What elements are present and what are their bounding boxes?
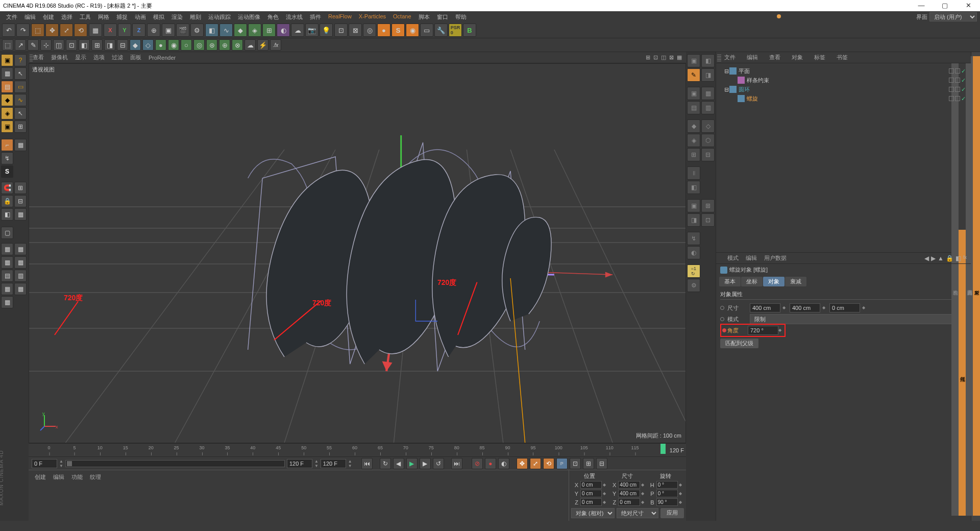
menu-编辑[interactable]: 编辑 bbox=[21, 12, 39, 22]
b-button[interactable]: B bbox=[463, 23, 476, 37]
xpresso[interactable]: ⊡ bbox=[334, 23, 348, 37]
lt-g7[interactable]: ▦ bbox=[1, 283, 13, 295]
k4[interactable]: P bbox=[556, 458, 568, 469]
select-tool[interactable]: ⬚ bbox=[31, 23, 44, 37]
rt-pen[interactable]: ✎ bbox=[687, 68, 700, 82]
menu-运动跟踪[interactable]: 运动跟踪 bbox=[205, 12, 234, 22]
rt-15[interactable]: ◧ bbox=[687, 181, 700, 194]
rt-14[interactable]: ⫴ bbox=[687, 166, 700, 180]
menu-角色[interactable]: 角色 bbox=[264, 12, 282, 22]
vp-tab[interactable]: 显示 bbox=[75, 54, 86, 61]
menu-运动图像[interactable]: 运动图像 bbox=[235, 12, 263, 22]
z-lock[interactable]: Z bbox=[132, 23, 145, 37]
menu-模拟[interactable]: 模拟 bbox=[150, 12, 167, 22]
tree-row[interactable]: 样条约束✓ bbox=[719, 76, 968, 85]
lt-grid2[interactable]: ⊞ bbox=[14, 120, 27, 133]
move-tool[interactable]: ✥ bbox=[45, 23, 59, 37]
rt-19[interactable]: ⊡ bbox=[701, 213, 715, 227]
lt-tool1[interactable]: ⌐ bbox=[1, 139, 13, 151]
key-icon[interactable] bbox=[720, 306, 724, 310]
vp-icon[interactable]: ⊠ bbox=[669, 54, 674, 61]
lt-cube[interactable]: ▣ bbox=[1, 54, 13, 66]
array[interactable]: ⊞ bbox=[262, 23, 276, 37]
side-tab-1[interactable]: 对象 bbox=[973, 56, 980, 516]
menu-工具[interactable]: 工具 bbox=[77, 12, 94, 22]
bp-tab[interactable]: 纹理 bbox=[90, 473, 101, 481]
render-settings[interactable]: ⚙ bbox=[190, 23, 204, 37]
undo-button[interactable]: ↶ bbox=[2, 23, 15, 37]
rt-16[interactable]: ▣ bbox=[687, 199, 700, 212]
t2-10[interactable]: ⊟ bbox=[117, 39, 128, 51]
t2-12[interactable]: ◇ bbox=[142, 39, 154, 51]
menu-动画[interactable]: 动画 bbox=[132, 12, 149, 22]
k5[interactable]: ⊡ bbox=[570, 458, 581, 469]
t2-16[interactable]: ◎ bbox=[193, 39, 205, 51]
vp-icon[interactable]: ▦ bbox=[677, 54, 682, 61]
lt-edge[interactable]: ◈ bbox=[1, 107, 13, 119]
rotate-tool[interactable]: ⟲ bbox=[74, 23, 87, 37]
side-tab-struct[interactable]: 构造 bbox=[951, 56, 959, 516]
environment[interactable]: ☁ bbox=[291, 23, 304, 37]
angle-input[interactable] bbox=[748, 326, 778, 335]
menu-X-Particles[interactable]: X-Particles bbox=[356, 12, 389, 22]
camera[interactable]: 📷 bbox=[305, 23, 318, 37]
rp-tab[interactable]: 查看 bbox=[765, 54, 780, 61]
rt-5[interactable]: ▦ bbox=[701, 87, 715, 100]
menu-脚本[interactable]: 脚本 bbox=[415, 12, 433, 22]
lt-tool2[interactable]: ▦ bbox=[14, 139, 27, 151]
nav-fwd[interactable]: ▶ bbox=[931, 255, 936, 262]
rt-21[interactable]: ◐ bbox=[687, 246, 700, 259]
vp-tab[interactable]: 过滤 bbox=[112, 54, 123, 61]
nav-up[interactable]: ▲ bbox=[938, 255, 944, 262]
record[interactable]: ⊘ bbox=[472, 458, 483, 469]
rp-tab[interactable]: 对象 bbox=[788, 54, 803, 61]
coord-mode-2[interactable]: 绝对尺寸 bbox=[617, 508, 658, 518]
rt-7[interactable]: ▥ bbox=[701, 101, 715, 114]
vp-tab[interactable]: 摄像机 bbox=[51, 54, 68, 61]
t2-11[interactable]: ◆ bbox=[130, 39, 141, 51]
t2-3[interactable]: ✎ bbox=[28, 39, 39, 51]
rt-8[interactable]: ◆ bbox=[687, 119, 700, 133]
rt-1[interactable]: ▣ bbox=[687, 54, 700, 67]
attr-menu-item[interactable]: 编辑 bbox=[746, 254, 757, 262]
menu-Octane[interactable]: Octane bbox=[390, 12, 414, 22]
lt-tool3[interactable]: ↯ bbox=[1, 152, 13, 164]
rt-12[interactable]: ⊞ bbox=[687, 148, 700, 161]
lt-help[interactable]: ? bbox=[14, 54, 27, 66]
redo-button[interactable]: ↷ bbox=[16, 23, 30, 37]
k6[interactable]: ⊞ bbox=[583, 458, 594, 469]
vp-icon[interactable]: ⊡ bbox=[653, 54, 658, 61]
xp4[interactable]: ● bbox=[377, 23, 390, 37]
y-lock[interactable]: Y bbox=[118, 23, 131, 37]
play[interactable]: ▶ bbox=[406, 458, 418, 469]
psr-button[interactable]: PSR0 bbox=[449, 23, 462, 37]
key-icon[interactable] bbox=[720, 317, 724, 321]
rt-6[interactable]: ▤ bbox=[687, 101, 700, 114]
lt-g4[interactable]: ▦ bbox=[14, 256, 27, 269]
mode-dropdown[interactable]: 限制 bbox=[750, 314, 967, 324]
vp-tab[interactable]: ProRender bbox=[149, 55, 176, 61]
recent-tool[interactable]: ▦ bbox=[89, 23, 102, 37]
side-tab-2[interactable]: 内容浏览器 bbox=[966, 56, 973, 516]
k1[interactable]: ✥ bbox=[517, 458, 528, 469]
t2-18[interactable]: ⊕ bbox=[219, 39, 230, 51]
lt-curve[interactable]: ∿ bbox=[14, 94, 27, 106]
attr-lock[interactable]: 🔒 bbox=[946, 255, 953, 262]
lt-arrow[interactable]: ↖ bbox=[14, 67, 27, 80]
t2-4[interactable]: ⊹ bbox=[40, 39, 52, 51]
t2-20[interactable]: ☁ bbox=[244, 39, 256, 51]
lt-point[interactable]: ◆ bbox=[1, 94, 13, 106]
rp-tab[interactable]: 编辑 bbox=[743, 54, 758, 61]
menu-插件[interactable]: 插件 bbox=[307, 12, 324, 22]
xp3[interactable]: ◎ bbox=[363, 23, 376, 37]
lt-sq[interactable]: ▢ bbox=[1, 227, 13, 239]
k7[interactable]: ⊟ bbox=[596, 458, 607, 469]
rt-4[interactable]: ▣ bbox=[687, 87, 700, 100]
lt-grid[interactable]: ▤ bbox=[1, 81, 13, 93]
next-frame[interactable]: ▶ bbox=[420, 458, 431, 469]
signal-btn[interactable]: ◉ bbox=[406, 23, 419, 37]
lt-poly[interactable]: ▣ bbox=[1, 120, 13, 133]
rt-9[interactable]: ◇ bbox=[701, 119, 715, 133]
t2-1[interactable]: ⬚ bbox=[2, 39, 13, 51]
loop[interactable]: ↻ bbox=[380, 458, 391, 469]
